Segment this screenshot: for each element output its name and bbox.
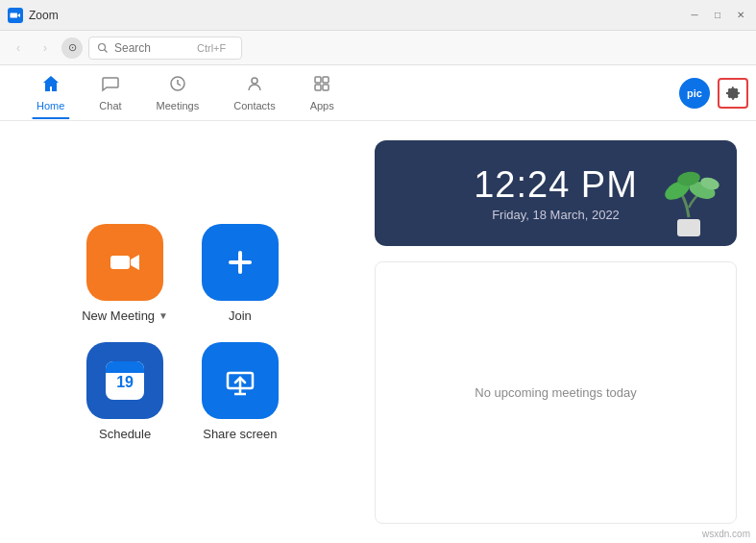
- zoom-logo-icon: [8, 8, 23, 23]
- dropdown-arrow-icon: ▼: [159, 310, 168, 321]
- tab-contacts[interactable]: Contacts: [216, 66, 292, 119]
- app-title: Zoom: [29, 9, 687, 22]
- video-camera-icon: [106, 243, 144, 282]
- maximize-button[interactable]: □: [710, 8, 725, 23]
- share-screen-label: Share screen: [203, 427, 277, 441]
- avatar[interactable]: pic: [679, 78, 710, 109]
- svg-rect-16: [677, 219, 700, 236]
- action-grid: New Meeting ▼ Join: [82, 224, 283, 441]
- minimize-button[interactable]: ─: [687, 8, 702, 23]
- tab-meetings[interactable]: Meetings: [139, 66, 217, 119]
- close-button[interactable]: ✕: [733, 8, 748, 23]
- nav-tabs: Home Chat Meetings Contacts: [0, 65, 756, 121]
- toolbar: ‹ › ⊙ Ctrl+F: [0, 31, 756, 65]
- main-content: New Meeting ▼ Join: [0, 121, 756, 543]
- chat-icon: [101, 74, 120, 96]
- svg-rect-9: [110, 256, 130, 269]
- svg-rect-6: [323, 77, 329, 83]
- search-icon: [97, 42, 109, 54]
- settings-button[interactable]: [718, 78, 748, 109]
- meetings-panel: No upcoming meetings today: [375, 261, 737, 524]
- home-icon: [41, 74, 61, 96]
- plant-decoration: [641, 150, 737, 246]
- meetings-icon: [168, 74, 187, 96]
- search-input[interactable]: [114, 41, 191, 55]
- tab-home[interactable]: Home: [19, 66, 82, 119]
- new-meeting-label: New Meeting ▼: [82, 309, 168, 323]
- new-meeting-button[interactable]: [86, 224, 163, 301]
- svg-rect-7: [315, 85, 321, 90]
- svg-point-1: [99, 43, 106, 50]
- new-meeting-item[interactable]: New Meeting ▼: [82, 224, 168, 323]
- window-controls: ─ □ ✕: [687, 8, 748, 23]
- join-item[interactable]: Join: [197, 224, 283, 323]
- tab-apps-label: Apps: [310, 100, 334, 111]
- search-shortcut: Ctrl+F: [197, 42, 226, 54]
- watermark: wsxdn.com: [702, 529, 750, 539]
- calendar-icon: 19: [106, 361, 144, 400]
- tab-meetings-label: Meetings: [157, 100, 200, 111]
- join-label: Join: [229, 309, 252, 323]
- clock-date: Friday, 18 March, 2022: [474, 208, 638, 222]
- tab-contacts-label: Contacts: [233, 100, 275, 111]
- schedule-label: Schedule: [99, 427, 151, 441]
- plus-icon: [221, 243, 259, 282]
- clock-time: 12:24 PM: [474, 164, 638, 206]
- left-panel: New Meeting ▼ Join: [0, 121, 365, 543]
- svg-rect-5: [315, 77, 321, 83]
- share-screen-button[interactable]: [202, 342, 279, 419]
- share-screen-icon: [221, 361, 259, 400]
- clock-content: 12:24 PM Friday, 18 March, 2022: [474, 164, 638, 222]
- tab-chat[interactable]: Chat: [82, 66, 138, 119]
- forward-button[interactable]: ›: [35, 37, 56, 59]
- gear-icon: [725, 86, 741, 101]
- tab-apps[interactable]: Apps: [293, 66, 352, 119]
- plant-icon: [641, 150, 737, 246]
- search-box[interactable]: Ctrl+F: [88, 37, 242, 60]
- tab-home-label: Home: [37, 100, 64, 111]
- tab-chat-label: Chat: [99, 100, 121, 111]
- clock-card: 12:24 PM Friday, 18 March, 2022: [375, 140, 737, 246]
- back-button[interactable]: ‹: [8, 37, 29, 59]
- svg-line-2: [105, 49, 108, 52]
- svg-point-4: [252, 78, 257, 84]
- title-bar: Zoom ─ □ ✕: [0, 0, 756, 31]
- right-panel: 12:24 PM Friday, 18 March, 2022: [365, 121, 756, 543]
- apps-icon: [312, 74, 331, 96]
- no-meetings-text: No upcoming meetings today: [475, 385, 636, 400]
- svg-rect-8: [323, 85, 329, 90]
- share-screen-item[interactable]: Share screen: [197, 342, 283, 441]
- contacts-icon: [245, 74, 264, 96]
- schedule-button[interactable]: 19: [86, 342, 163, 419]
- join-button[interactable]: [202, 224, 279, 301]
- history-button[interactable]: ⊙: [61, 37, 83, 59]
- schedule-item[interactable]: 19 Schedule: [82, 342, 168, 441]
